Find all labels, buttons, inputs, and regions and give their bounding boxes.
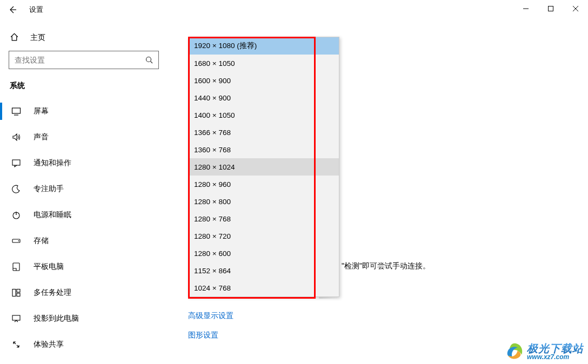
notifications-icon <box>11 158 22 168</box>
resolution-option[interactable]: 1600 × 900 <box>189 72 339 89</box>
moon-icon <box>11 184 22 194</box>
sidebar-item-shared-experiences[interactable]: 体验共享 <box>0 332 168 358</box>
sidebar-item-storage[interactable]: 存储 <box>0 228 168 254</box>
minimize-button[interactable] <box>513 0 538 17</box>
svg-rect-2 <box>12 108 21 113</box>
storage-icon <box>11 235 22 246</box>
resolution-option[interactable]: 1280 × 600 <box>189 245 339 262</box>
home-icon <box>9 32 19 43</box>
resolution-option[interactable]: 1440 × 900 <box>189 89 339 106</box>
sidebar-item-label: 投影到此电脑 <box>34 314 79 323</box>
resolution-option[interactable]: 1280 × 960 <box>189 176 339 193</box>
resolution-option[interactable]: 1280 × 768 <box>189 210 339 227</box>
home-label: 主页 <box>30 33 45 43</box>
resolution-option[interactable]: 1920 × 1080 (推荐) <box>189 37 339 55</box>
detect-hint-text: "检测"即可尝试手动连接。 <box>342 261 430 271</box>
resolution-option[interactable]: 1280 × 1024 <box>189 158 339 176</box>
svg-point-1 <box>146 57 151 62</box>
window-title: 设置 <box>29 5 43 15</box>
search-button[interactable] <box>140 51 158 69</box>
resolution-dropdown[interactable]: 1920 × 1080 (推荐) 1680 × 1050 1600 × 900 … <box>188 37 339 297</box>
sidebar-item-label: 存储 <box>34 236 49 246</box>
sidebar-item-label: 声音 <box>34 132 49 142</box>
sidebar-item-focus-assist[interactable]: 专注助手 <box>0 176 168 202</box>
svg-rect-10 <box>17 293 20 296</box>
resolution-option[interactable]: 1152 × 864 <box>189 262 339 279</box>
svg-rect-3 <box>12 160 20 165</box>
svg-rect-11 <box>12 315 20 320</box>
resolution-option[interactable]: 1280 × 800 <box>189 193 339 210</box>
sidebar-section-label: 系统 <box>0 78 168 98</box>
advanced-display-link[interactable]: 高级显示设置 <box>188 311 233 321</box>
svg-point-6 <box>18 240 19 241</box>
sidebar-item-projecting[interactable]: 投影到此电脑 <box>0 306 168 332</box>
resolution-option[interactable]: 1024 × 768 <box>189 279 339 296</box>
sidebar-item-label: 体验共享 <box>34 340 64 349</box>
sidebar-item-sound[interactable]: 声音 <box>0 124 168 150</box>
tablet-icon <box>11 261 22 272</box>
sidebar-item-tablet[interactable]: 平板电脑 <box>0 254 168 280</box>
maximize-icon <box>547 5 554 12</box>
sidebar-item-label: 多任务处理 <box>34 288 71 298</box>
minimize-icon <box>523 5 529 12</box>
display-icon <box>11 106 22 117</box>
graphics-settings-link[interactable]: 图形设置 <box>188 331 233 340</box>
titlebar: 设置 <box>0 0 588 19</box>
resolution-option[interactable]: 1366 × 768 <box>189 124 339 141</box>
sidebar-item-label: 专注助手 <box>34 184 64 194</box>
sidebar-item-display[interactable]: 屏幕 <box>0 98 168 124</box>
projecting-icon <box>11 313 22 324</box>
svg-rect-8 <box>12 289 16 296</box>
sidebar-item-notifications[interactable]: 通知和操作 <box>0 150 168 176</box>
sound-icon <box>11 132 22 143</box>
multitasking-icon <box>11 287 22 298</box>
share-icon <box>11 339 22 350</box>
sidebar-item-label: 电源和睡眠 <box>34 210 71 220</box>
maximize-button[interactable] <box>538 0 563 17</box>
arrow-left-icon <box>8 5 17 14</box>
resolution-option[interactable]: 1280 × 720 <box>189 227 339 245</box>
sidebar-item-label: 屏幕 <box>34 106 49 116</box>
sidebar-item-multitasking[interactable]: 多任务处理 <box>0 280 168 306</box>
resolution-option[interactable]: 1360 × 768 <box>189 141 339 158</box>
search-box[interactable] <box>9 51 159 69</box>
sidebar-item-label: 通知和操作 <box>34 158 71 168</box>
back-button[interactable] <box>0 0 25 19</box>
home-button[interactable]: 主页 <box>0 27 168 49</box>
window-controls <box>513 0 588 17</box>
sidebar: 主页 系统 屏幕 声音 通知和操作 专注助手 <box>0 27 168 364</box>
power-icon <box>11 210 22 220</box>
svg-rect-9 <box>17 289 20 293</box>
sidebar-item-label: 平板电脑 <box>34 262 64 272</box>
resolution-option[interactable]: 1680 × 1050 <box>189 55 339 72</box>
close-icon <box>572 5 579 12</box>
sidebar-item-power-sleep[interactable]: 电源和睡眠 <box>0 202 168 228</box>
search-icon <box>145 56 153 64</box>
search-input[interactable] <box>9 56 140 64</box>
svg-rect-0 <box>549 6 553 11</box>
close-button[interactable] <box>563 0 588 17</box>
resolution-option[interactable]: 1400 × 1050 <box>189 106 339 124</box>
